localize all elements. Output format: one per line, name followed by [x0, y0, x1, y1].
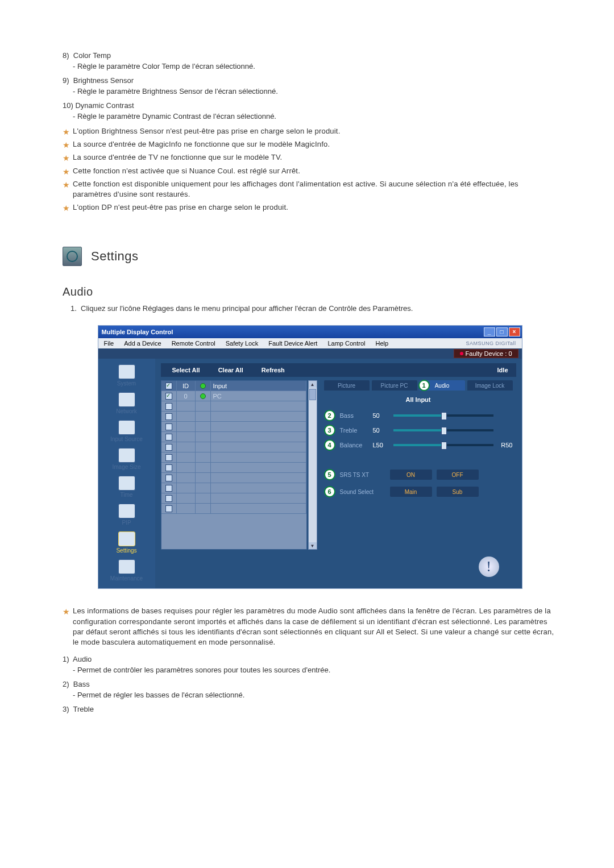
- tab-picture-pc[interactable]: Picture PC: [372, 380, 417, 391]
- device-grid: ID Input 0 PC: [161, 380, 307, 550]
- sidebar-item-settings[interactable]: Settings: [98, 529, 155, 557]
- slider-thumb[interactable]: [441, 442, 447, 450]
- menu-file[interactable]: File: [104, 340, 114, 347]
- settings-section-icon: [63, 247, 82, 266]
- menu-safety-lock[interactable]: Safety Lock: [226, 340, 258, 347]
- callout-3: 3: [324, 425, 335, 436]
- sidebar-label-image-size: Image Size: [112, 464, 140, 470]
- row-checkbox[interactable]: [165, 444, 172, 451]
- sidebar-item-network[interactable]: Network: [98, 390, 155, 418]
- maintenance-icon: [118, 559, 135, 574]
- star-icon: ★: [63, 203, 70, 214]
- time-icon: [118, 476, 135, 491]
- star-icon: ★: [63, 167, 70, 178]
- item-10-title: Dynamic Contrast: [75, 101, 134, 110]
- row-checkbox[interactable]: [165, 403, 172, 410]
- callout-6: 6: [324, 486, 335, 497]
- row-checkbox[interactable]: [165, 434, 172, 441]
- bass-value: 50: [373, 412, 389, 419]
- header-status-icon: [200, 383, 206, 389]
- row-checkbox[interactable]: [165, 423, 172, 430]
- tab-audio-label: Audio: [435, 383, 450, 389]
- item-8-desc: - Règle le paramètre Color Temp de l'écr…: [73, 62, 557, 70]
- sidebar-label-settings: Settings: [116, 547, 136, 554]
- menu-help[interactable]: Help: [375, 340, 388, 347]
- grid-scrollbar[interactable]: ▲ ▼: [308, 380, 317, 550]
- refresh-button[interactable]: Refresh: [255, 366, 292, 375]
- minimize-button[interactable]: _: [484, 327, 495, 337]
- row-checkbox[interactable]: [165, 485, 172, 492]
- sidebar-item-system[interactable]: System: [98, 362, 155, 390]
- srs-off-button[interactable]: OFF: [437, 470, 479, 480]
- sound-main-button[interactable]: Main: [390, 487, 432, 497]
- table-row[interactable]: 0 PC: [161, 391, 306, 401]
- menu-remote-control[interactable]: Remote Control: [172, 340, 215, 347]
- window-title: Multiple Display Control: [102, 329, 173, 335]
- screenshot-panel: Multiple Display Control _ □ × File Add …: [98, 325, 522, 589]
- srs-on-button[interactable]: ON: [390, 470, 432, 480]
- row-checkbox[interactable]: [165, 475, 172, 481]
- treble-slider[interactable]: [393, 429, 493, 431]
- tab-audio[interactable]: 1 Audio: [420, 380, 465, 391]
- item-10-num: 10): [63, 101, 73, 110]
- status-idle: Idle: [497, 367, 512, 373]
- sidebar-item-time[interactable]: Time: [98, 474, 155, 501]
- settings-heading: Settings: [91, 249, 139, 264]
- faulty-text: Faulty Device : 0: [466, 350, 512, 357]
- bass-slider[interactable]: [393, 414, 493, 417]
- tab-picture-pc-label: Picture PC: [381, 383, 408, 389]
- sidebar-item-pip[interactable]: PIP: [98, 501, 155, 529]
- menu-bar: File Add a Device Remote Control Safety …: [98, 338, 522, 348]
- row-id: 0: [177, 391, 196, 401]
- scroll-up-icon[interactable]: ▲: [309, 381, 317, 388]
- close-button[interactable]: ×: [509, 327, 520, 337]
- note-6: L'option DP n'est peut-être pas prise en…: [73, 203, 288, 211]
- all-input-label: All Input: [324, 396, 513, 403]
- header-input: Input: [211, 381, 306, 391]
- note-4: Cette fonction n'est activée que si Nuan…: [73, 167, 300, 175]
- sidebar-label-pip: PIP: [122, 520, 131, 526]
- tab-image-lock[interactable]: Image Lock: [467, 380, 513, 391]
- row-checkbox[interactable]: [165, 505, 172, 512]
- menu-lamp-control[interactable]: Lamp Control: [327, 340, 365, 347]
- pip-icon: [118, 504, 135, 518]
- row-checkbox[interactable]: [165, 464, 172, 471]
- row-checkbox[interactable]: [165, 393, 172, 400]
- row-checkbox[interactable]: [165, 454, 172, 461]
- b1-desc: - Permet de contrôler les paramètres son…: [73, 666, 557, 674]
- clear-all-button[interactable]: Clear All: [211, 366, 250, 375]
- callout-1: 1: [418, 380, 430, 391]
- tab-image-lock-label: Image Lock: [475, 383, 505, 389]
- callout-4: 4: [324, 439, 335, 451]
- row-checkbox[interactable]: [165, 413, 172, 420]
- sidebar-item-input-source[interactable]: Input Source: [98, 418, 155, 446]
- slider-thumb[interactable]: [441, 427, 447, 435]
- input-source-icon: [118, 420, 135, 435]
- b2-num: 2): [63, 680, 69, 688]
- maximize-button[interactable]: □: [496, 327, 508, 337]
- sidebar-label-input-source: Input Source: [110, 436, 143, 442]
- notes-list: ★L'option Brightness Sensor n'est peut-ê…: [63, 126, 557, 213]
- balance-right: R50: [498, 442, 513, 448]
- intro-text: Cliquez sur l'icône Réglages dans le men…: [81, 304, 413, 313]
- scroll-down-icon[interactable]: ▼: [309, 542, 317, 549]
- tab-picture[interactable]: Picture: [324, 380, 370, 391]
- scroll-thumb[interactable]: [309, 389, 316, 400]
- slider-thumb[interactable]: [441, 412, 447, 420]
- header-checkbox[interactable]: [165, 383, 172, 389]
- post-note: Les informations de bases requises pour …: [73, 607, 554, 646]
- item-9-desc: - Règle le paramètre Brightness Sensor d…: [73, 87, 557, 95]
- balance-slider[interactable]: [393, 444, 493, 446]
- sound-sub-button[interactable]: Sub: [437, 487, 479, 497]
- menu-fault-alert[interactable]: Fault Device Alert: [268, 340, 317, 347]
- settings-icon: [118, 531, 135, 546]
- menu-add-device[interactable]: Add a Device: [124, 340, 161, 347]
- select-all-button[interactable]: Select All: [165, 366, 207, 375]
- item-9-title: Brightness Sensor: [73, 76, 134, 85]
- header-id: ID: [177, 381, 196, 391]
- sidebar-item-maintenance[interactable]: Maintenance: [98, 557, 155, 585]
- star-icon: ★: [63, 140, 70, 151]
- row-checkbox[interactable]: [165, 495, 172, 502]
- system-icon: [118, 364, 135, 379]
- sidebar-item-image-size[interactable]: Image Size: [98, 446, 155, 474]
